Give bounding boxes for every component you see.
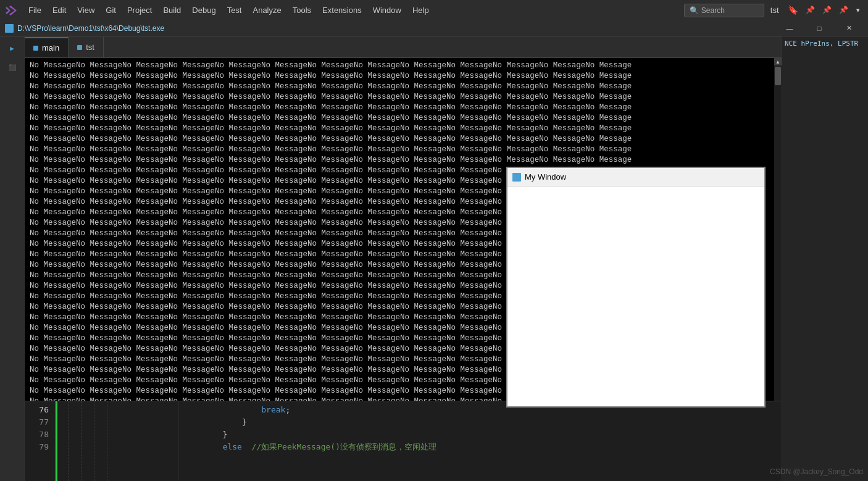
right-panel-text: NCE hPreIns, LPSTR: [785, 39, 866, 49]
sidebar-icon-2[interactable]: ⬛: [3, 59, 22, 77]
search-icon: 🔍: [690, 6, 699, 15]
bottom-credit: CSDN @Jackey_Song_Odd: [770, 467, 863, 476]
menu-item-window[interactable]: Window: [368, 3, 406, 17]
close-button[interactable]: ✕: [835, 20, 863, 36]
menu-item-project[interactable]: Project: [122, 3, 157, 17]
pin2-icon[interactable]: 📌: [820, 4, 834, 16]
my-window-titlebar: My Window: [507, 168, 764, 186]
minimize-button[interactable]: —: [775, 20, 804, 36]
console-line: No MessageNo MessageNo MessageNo Message…: [30, 144, 769, 155]
right-toolbar-icons: 🔖 📌 📌 📌 ▾: [785, 4, 863, 17]
console-line: No MessageNo MessageNo MessageNo Message…: [30, 102, 769, 113]
exe-icon: [5, 24, 14, 33]
menu-item-extensions[interactable]: Extensions: [317, 3, 367, 17]
console-line: No MessageNo MessageNo MessageNo Message…: [30, 134, 769, 144]
pin-icon[interactable]: 📌: [803, 4, 817, 16]
line-number: 77: [25, 416, 55, 429]
tab-tst[interactable]: tst: [69, 37, 104, 57]
menu-item-git[interactable]: Git: [101, 3, 121, 17]
right-panel: NCE hPreIns, LPSTR: [782, 36, 868, 481]
dropdown-icon[interactable]: ▾: [853, 4, 863, 17]
code-area: 76777879: [25, 401, 782, 481]
vs-logo: [5, 4, 19, 17]
menu-item-file[interactable]: File: [23, 3, 46, 17]
menu-item-debug[interactable]: Debug: [187, 3, 220, 17]
menu-item-help[interactable]: Help: [407, 3, 434, 17]
console-line: No MessageNo MessageNo MessageNo Message…: [30, 92, 769, 102]
console-line: No MessageNo MessageNo MessageNo Message…: [30, 71, 769, 82]
tab-main[interactable]: main: [25, 37, 69, 57]
tab-tst-label: tst: [86, 43, 94, 52]
window-controls: — □ ✕: [775, 20, 863, 36]
pin3-icon[interactable]: 📌: [837, 4, 851, 16]
code-line: }: [184, 429, 782, 441]
tab-main-label: main: [42, 43, 59, 52]
credit-text: CSDN @Jackey_Song_Odd: [770, 467, 863, 476]
exe-path: D:\VSPro\learn\Demo1\tst\x64\Debug\tst.e…: [17, 24, 164, 33]
console-line: No MessageNo MessageNo MessageNo Message…: [30, 82, 769, 92]
menu-tab-title: tst: [770, 6, 779, 15]
menu-item-build[interactable]: Build: [158, 3, 186, 17]
search-bar[interactable]: 🔍 Search: [684, 4, 764, 17]
menu-item-view[interactable]: View: [72, 3, 99, 17]
line-number: 76: [25, 404, 55, 416]
debug-title-bar: D:\VSPro\learn\Demo1\tst\x64\Debug\tst.e…: [0, 20, 868, 36]
code-line: else //如果PeekMessage()没有侦察到消息，空闲处理: [184, 441, 782, 453]
menu-item-edit[interactable]: Edit: [48, 3, 71, 17]
menu-bar: FileEditViewGitProjectBuildDebugTestAnal…: [0, 0, 868, 20]
popup-icon: [512, 173, 521, 182]
code-line: }: [184, 416, 782, 429]
tab-dot: [33, 46, 38, 51]
search-label: Search: [701, 6, 725, 15]
maximize-button[interactable]: □: [805, 20, 833, 36]
sidebar-icon-1[interactable]: ▶: [3, 39, 22, 57]
line-numbers: 76777879: [25, 401, 56, 481]
menu-item-tools[interactable]: Tools: [288, 3, 316, 17]
code-content: break; } } else //如果PeekMessage()没有侦察到消息…: [179, 401, 782, 481]
tab-row: main tst: [25, 36, 782, 58]
my-window-title: My Window: [525, 172, 566, 182]
scroll-up-button[interactable]: ▲: [774, 58, 782, 65]
bookmark-icon[interactable]: 🔖: [785, 4, 801, 17]
console-scrollbar[interactable]: ▲: [774, 58, 782, 401]
menu-item-analyze[interactable]: Analyze: [248, 3, 286, 17]
console-line: No MessageNo MessageNo MessageNo Message…: [30, 123, 769, 134]
scroll-thumb[interactable]: [775, 67, 781, 85]
my-window-popup[interactable]: My Window: [506, 167, 766, 408]
left-sidebar: ▶ ⬛: [0, 36, 25, 481]
tab-tst-dot: [77, 45, 82, 50]
console-line: No MessageNo MessageNo MessageNo Message…: [30, 155, 769, 165]
menu-item-test[interactable]: Test: [222, 3, 247, 17]
my-window-content: [507, 186, 764, 406]
line-number: 79: [25, 441, 55, 453]
line-number: 78: [25, 429, 55, 441]
console-line: No MessageNo MessageNo MessageNo Message…: [30, 113, 769, 123]
console-line: No MessageNo MessageNo MessageNo Message…: [30, 61, 769, 71]
